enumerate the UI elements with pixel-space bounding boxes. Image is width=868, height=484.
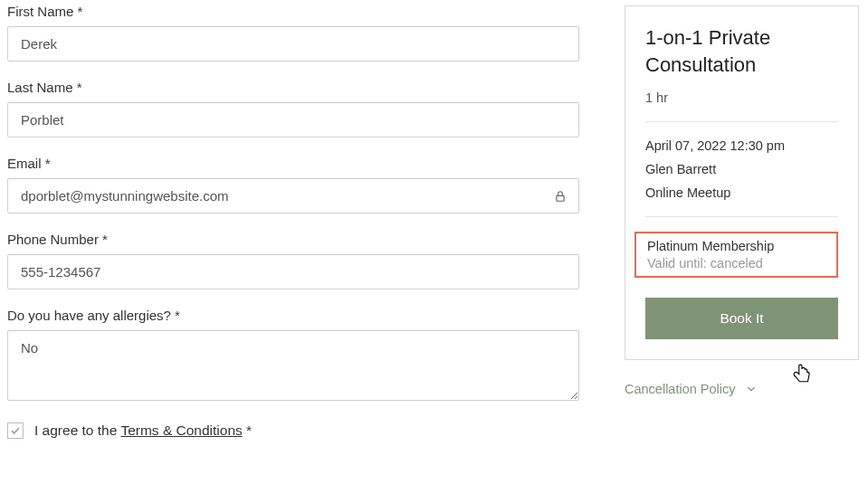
agree-prefix: I agree to the — [34, 422, 120, 438]
phone-input[interactable] — [7, 254, 579, 289]
terms-checkbox[interactable] — [7, 422, 24, 439]
cancellation-label: Cancellation Policy — [625, 382, 736, 396]
phone-label: Phone Number * — [7, 232, 579, 247]
membership-highlight: Platinum Membership Valid until: cancele… — [634, 232, 838, 278]
svg-rect-0 — [557, 195, 564, 201]
allergies-label: Do you have any allergies? * — [7, 308, 579, 323]
booking-datetime: April 07, 2022 12:30 pm — [645, 138, 838, 153]
terms-link[interactable]: Terms & Conditions — [120, 422, 242, 438]
first-name-label: First Name * — [7, 4, 579, 19]
lock-icon — [554, 190, 567, 203]
service-title: 1-on-1 Private Consultation — [645, 24, 838, 78]
book-it-button[interactable]: Book It — [645, 298, 838, 339]
divider — [645, 216, 838, 217]
first-name-input[interactable] — [7, 26, 579, 62]
checkmark-icon — [10, 425, 21, 436]
chevron-down-icon — [745, 383, 758, 395]
service-duration: 1 hr — [645, 90, 838, 105]
membership-validity: Valid until: canceled — [647, 256, 829, 270]
booking-summary: 1-on-1 Private Consultation 1 hr April 0… — [625, 5, 859, 360]
email-input[interactable] — [7, 178, 579, 214]
membership-name: Platinum Membership — [647, 239, 829, 253]
agree-suffix: * — [243, 422, 252, 438]
allergies-input[interactable]: No — [7, 330, 579, 401]
booking-location: Online Meetup — [645, 185, 838, 200]
booking-staff: Glen Barrett — [645, 162, 838, 176]
booking-form: First Name * Last Name * Email * Phone N… — [7, 4, 579, 439]
terms-text: I agree to the Terms & Conditions * — [34, 422, 252, 439]
last-name-label: Last Name * — [7, 80, 579, 95]
last-name-input[interactable] — [7, 102, 579, 138]
email-label: Email * — [7, 156, 579, 171]
cancellation-policy-toggle[interactable]: Cancellation Policy — [625, 382, 859, 396]
